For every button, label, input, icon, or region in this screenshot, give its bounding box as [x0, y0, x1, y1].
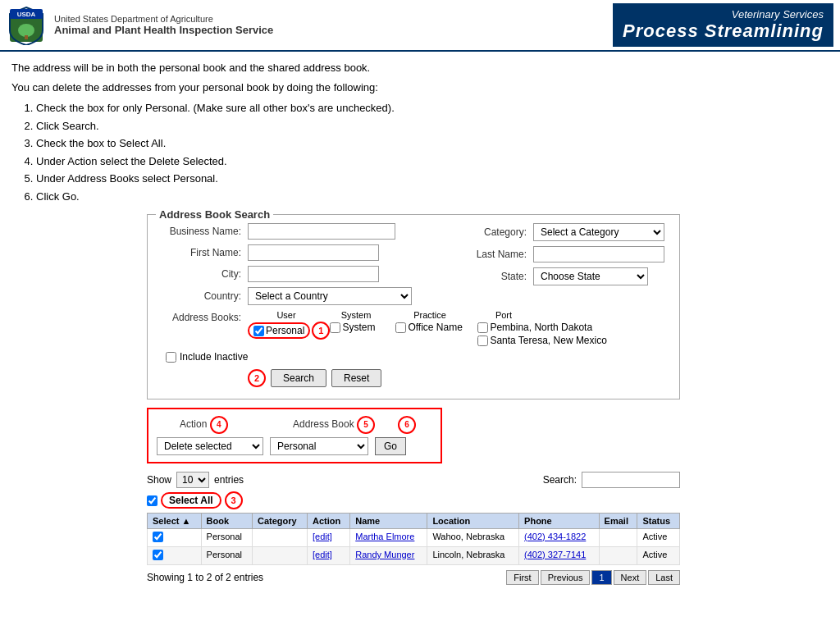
header-right: Veterinary Services Process Streamlining: [613, 3, 833, 47]
action-row: Delete selected Personal Go: [157, 437, 432, 455]
row-name-cell: Martha Elmore: [350, 529, 427, 547]
row-0-name-link[interactable]: Martha Elmore: [355, 532, 414, 541]
addr-books-headers: User System Practice Port: [249, 310, 609, 320]
step-3: Check the box to Select All.: [36, 135, 829, 152]
show-label: Show: [147, 474, 171, 486]
search-buttons-row: 2 Search Reset: [248, 369, 668, 387]
business-name-row: Business Name:: [159, 223, 412, 240]
row-1-name-link[interactable]: Randy Munger: [355, 550, 414, 559]
step-2: Click Search.: [36, 118, 829, 135]
personal-highlight: Personal: [248, 322, 310, 339]
category-select[interactable]: Select a Category: [533, 223, 664, 241]
show-right: Search:: [543, 472, 680, 488]
row-location-cell: Wahoo, Nebraska: [427, 529, 519, 547]
col-user-header: User: [249, 310, 323, 320]
state-row: State: Choose State: [445, 267, 668, 285]
show-entries-row: Show 10 25 50 entries Search:: [147, 472, 680, 488]
row-status-cell: Active: [637, 547, 680, 565]
row-1-phone-link[interactable]: (402) 327-7141: [524, 550, 586, 559]
row-0-edit-link[interactable]: [edit]: [313, 532, 332, 541]
annotation-6: 6: [398, 416, 416, 434]
category-row: Category: Select a Category: [445, 223, 668, 241]
address-book-search: Address Book Search Business Name: First…: [147, 214, 680, 399]
row-1-edit-link[interactable]: [edit]: [313, 550, 332, 559]
business-name-input[interactable]: [248, 223, 395, 240]
row-name-cell: Randy Munger: [350, 547, 427, 565]
usda-shield-icon: USDA: [7, 6, 46, 45]
office-label: Office Name: [408, 322, 462, 333]
right-col: Category: Select a Category Last Name: S…: [445, 223, 668, 310]
page-1-button[interactable]: 1: [591, 570, 611, 585]
instructions: The address will be in both the personal…: [0, 52, 840, 214]
showing-text: Showing 1 to 2 of 2 entries: [147, 572, 263, 583]
city-input[interactable]: [248, 266, 379, 282]
reset-button[interactable]: Reset: [331, 369, 381, 387]
last-button[interactable]: Last: [648, 570, 680, 585]
addr-book-select[interactable]: Personal: [270, 437, 368, 455]
svg-rect-5: [25, 35, 28, 39]
instruction-line1: The address will be in both the personal…: [11, 60, 829, 76]
col-book: Book: [201, 514, 252, 529]
include-inactive-checkbox[interactable]: [166, 352, 176, 363]
select-all-checkbox[interactable]: [147, 495, 158, 506]
col-status: Status: [637, 514, 680, 529]
business-name-label: Business Name:: [159, 226, 241, 237]
row-location-cell: Lincoln, Nebraska: [427, 547, 519, 565]
addr-books-label: Address Books:: [159, 312, 241, 323]
pembina-checkbox[interactable]: [477, 322, 488, 333]
col-system-header: System: [323, 310, 389, 320]
table-body: Personal[edit]Martha ElmoreWahoo, Nebras…: [148, 529, 680, 565]
col-practice-header: Practice: [389, 310, 471, 320]
personal-checkbox[interactable]: [253, 326, 264, 336]
port-cb-wrapper: Pembina, North Dakota Santa Teresa, New …: [477, 322, 609, 346]
personal-cb-wrapper: Personal 1: [248, 322, 330, 340]
select-all-label: Select All: [161, 492, 221, 509]
annotation-2: 2: [248, 369, 266, 387]
col-name: Name: [350, 514, 427, 529]
step-4: Under Action select the Delete Selected.: [36, 153, 829, 170]
personal-label: Personal: [266, 325, 304, 336]
office-checkbox[interactable]: [395, 322, 406, 333]
table-search-input[interactable]: [582, 472, 680, 488]
first-button[interactable]: First: [506, 570, 538, 585]
show-left: Show 10 25 50 entries: [147, 472, 244, 488]
row-1-checkbox[interactable]: [153, 550, 163, 560]
santa-checkbox[interactable]: [477, 336, 488, 346]
last-name-label: Last Name:: [445, 249, 527, 260]
row-select-cell: [148, 529, 202, 547]
show-select[interactable]: 10 25 50: [176, 472, 209, 488]
header-left: USDA United States Department of Agricul…: [7, 6, 273, 45]
row-select-cell: [148, 547, 202, 565]
action-section: Action 4 Address Book 5 6 Delete selecte…: [147, 408, 442, 463]
col-location: Location: [427, 514, 519, 529]
annotation-3: 3: [225, 491, 243, 509]
row-phone-cell: (402) 327-7141: [519, 547, 600, 565]
svg-point-4: [18, 24, 34, 37]
col-phone: Phone: [519, 514, 600, 529]
addr-books-section: User System Practice Port Personal 1: [248, 310, 609, 346]
action-select[interactable]: Delete selected: [157, 437, 263, 455]
main-content: Address Book Search Business Name: First…: [0, 214, 840, 596]
state-select[interactable]: Choose State: [533, 267, 648, 285]
instruction-list: Check the box for only Personal. (Make s…: [36, 100, 829, 204]
row-0-checkbox[interactable]: [153, 532, 163, 542]
last-name-input[interactable]: [533, 246, 664, 262]
first-name-input[interactable]: [248, 244, 379, 261]
ps-label: Process Streamlining: [623, 21, 824, 42]
system-label: System: [342, 322, 375, 333]
go-button[interactable]: Go: [375, 437, 406, 455]
system-checkbox[interactable]: [330, 322, 340, 333]
row-0-phone-link[interactable]: (402) 434-1822: [524, 532, 586, 541]
select-all-row: Select All 3: [147, 491, 680, 509]
row-book-cell: Personal: [201, 547, 252, 565]
city-label: City:: [159, 268, 241, 280]
search-button[interactable]: Search: [271, 369, 326, 387]
include-inactive-label: Include Inactive: [180, 351, 248, 363]
row-action-cell: [edit]: [308, 529, 350, 547]
first-name-label: First Name:: [159, 247, 241, 258]
system-cb-wrapper: System: [330, 322, 395, 333]
pembina-label: Pembina, North Dakota: [490, 322, 592, 333]
next-button[interactable]: Next: [614, 570, 647, 585]
country-select[interactable]: Select a Country: [248, 287, 412, 305]
previous-button[interactable]: Previous: [541, 570, 591, 585]
